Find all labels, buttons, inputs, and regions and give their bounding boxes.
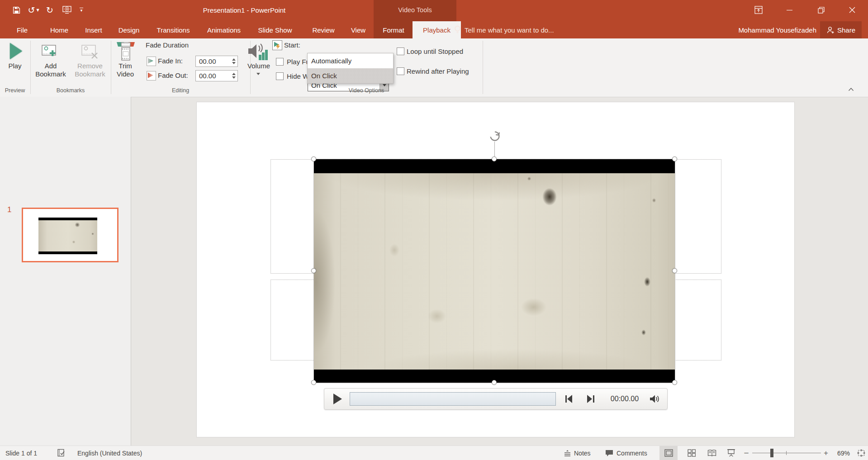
start-label: Start: (284, 41, 300, 49)
comments-icon (605, 449, 613, 457)
rewind-after-playing-checkbox[interactable] (397, 67, 404, 75)
rewind-after-playing-label: Rewind after Playing (407, 67, 469, 75)
tab-file[interactable]: File (14, 21, 30, 38)
fade-in-spinner[interactable] (231, 56, 237, 67)
fade-in-label: Fade In: (158, 57, 183, 65)
hide-while-not-playing-checkbox[interactable] (276, 72, 284, 80)
normal-view-icon (664, 449, 673, 457)
resize-handle-middle-left[interactable] (311, 268, 316, 273)
notes-label: Notes (574, 450, 591, 457)
view-reading-button[interactable] (704, 446, 720, 460)
resize-handle-top-middle[interactable] (492, 156, 497, 161)
save-icon (13, 6, 20, 14)
resize-handle-bottom-right[interactable] (672, 380, 677, 385)
zoom-slider-track (752, 453, 821, 453)
group-separator (111, 41, 111, 94)
reading-view-icon (707, 449, 716, 457)
volume-button[interactable]: Volume (246, 62, 271, 70)
customize-qat-button[interactable]: ▼ (76, 0, 87, 20)
user-name[interactable]: Mohammad Yousefizadeh (706, 21, 816, 38)
undo-icon: ↺ (28, 5, 35, 15)
video-object[interactable] (314, 159, 675, 383)
zoom-slider-thumb[interactable] (770, 449, 773, 457)
tab-home[interactable]: Home (47, 21, 71, 38)
zoom-slider-center-tick (786, 451, 787, 455)
move-back-button[interactable] (565, 394, 574, 403)
restore-button[interactable] (811, 0, 831, 20)
add-bookmark-button[interactable]: Add Bookmark (33, 62, 69, 78)
zoom-level[interactable]: 69% (833, 446, 850, 460)
save-button[interactable] (10, 0, 23, 20)
language-indicator[interactable]: English (United States) (77, 446, 142, 460)
dropdown-item-automatically[interactable]: Automatically (308, 53, 393, 68)
undo-button[interactable]: ↺▼ (25, 0, 42, 20)
tab-slide-show[interactable]: Slide Show (255, 21, 294, 38)
loop-until-stopped-checkbox[interactable] (397, 47, 404, 55)
zoom-in-button[interactable]: + (822, 446, 830, 460)
tab-design[interactable]: Design (116, 21, 142, 38)
minimize-button[interactable] (779, 0, 800, 20)
title-bar: ↺▼ ↻ ▼ Presentation1 - PowerPoint Video … (0, 0, 868, 38)
slide-number: 1 (7, 205, 11, 214)
play-button[interactable]: Play (5, 62, 25, 70)
notes-button[interactable]: Notes (564, 446, 591, 460)
tab-animations[interactable]: Animations (204, 21, 243, 38)
tab-view[interactable]: View (348, 21, 368, 38)
fade-out-label: Fade Out: (158, 71, 188, 79)
redo-button[interactable]: ↻ (43, 0, 56, 20)
rotate-handle[interactable] (489, 130, 501, 144)
status-bar: Slide 1 of 1 English (United States) Not… (0, 446, 868, 460)
fade-out-spinner[interactable] (231, 70, 237, 81)
tab-transitions[interactable]: Transitions (154, 21, 193, 38)
video-seek-bar[interactable] (350, 392, 556, 406)
comments-button[interactable]: Comments (605, 446, 647, 460)
fit-to-window-icon (857, 449, 865, 457)
play-full-screen-checkbox[interactable] (276, 58, 284, 66)
volume-dropdown-arrow[interactable] (256, 73, 260, 75)
view-normal-button[interactable] (659, 446, 678, 460)
resize-handle-bottom-middle[interactable] (492, 380, 497, 385)
slide-thumbnail-panel: 1 (0, 97, 131, 446)
tell-me-box[interactable]: Tell me what you want to do... (454, 21, 554, 38)
slideshow-view-icon (727, 449, 735, 457)
tab-format[interactable]: Format (380, 21, 407, 38)
resize-handle-top-left[interactable] (311, 156, 316, 161)
video-mute-button[interactable] (649, 394, 660, 406)
tab-playback[interactable]: Playback (413, 21, 461, 38)
tab-review[interactable]: Review (309, 21, 337, 38)
start-icon (272, 40, 282, 50)
view-slideshow-button[interactable] (723, 446, 739, 460)
zoom-slider[interactable] (752, 446, 821, 460)
resize-handle-top-right[interactable] (672, 156, 677, 161)
move-forward-button[interactable] (587, 394, 595, 403)
fit-slide-to-window-button[interactable] (856, 446, 867, 460)
close-button[interactable] (842, 0, 863, 20)
video-frame-image (314, 173, 675, 370)
resize-handle-middle-right[interactable] (672, 268, 677, 273)
comments-label: Comments (617, 450, 647, 457)
slideshow-icon (62, 6, 71, 14)
resize-handle-bottom-left[interactable] (311, 380, 316, 385)
collapse-ribbon-button[interactable] (844, 85, 858, 93)
spell-check-button[interactable] (57, 446, 66, 460)
minimize-icon (787, 10, 792, 10)
video-play-button[interactable] (333, 394, 342, 404)
slide-thumbnail[interactable] (22, 208, 119, 262)
group-separator (483, 41, 483, 94)
tab-insert[interactable]: Insert (82, 21, 105, 38)
slide-sorter-icon (688, 449, 696, 457)
volume-icon[interactable] (247, 41, 269, 63)
add-bookmark-icon[interactable] (41, 42, 60, 63)
close-icon (849, 7, 855, 13)
slide-indicator[interactable]: Slide 1 of 1 (5, 446, 37, 460)
trim-video-button[interactable]: Trim Video (115, 62, 136, 78)
ribbon-display-options-button[interactable] (748, 0, 769, 20)
share-button[interactable]: Share (820, 21, 862, 38)
trim-video-icon[interactable] (116, 41, 136, 64)
ribbon: Play Preview Add Bookmark Remove Bookmar… (0, 38, 868, 97)
view-slide-sorter-button[interactable] (684, 446, 699, 460)
play-preview-icon[interactable] (10, 43, 22, 59)
start-from-beginning-button[interactable] (60, 0, 74, 20)
dropdown-item-on-click[interactable]: On Click (308, 68, 393, 83)
zoom-out-button[interactable]: − (742, 446, 750, 460)
